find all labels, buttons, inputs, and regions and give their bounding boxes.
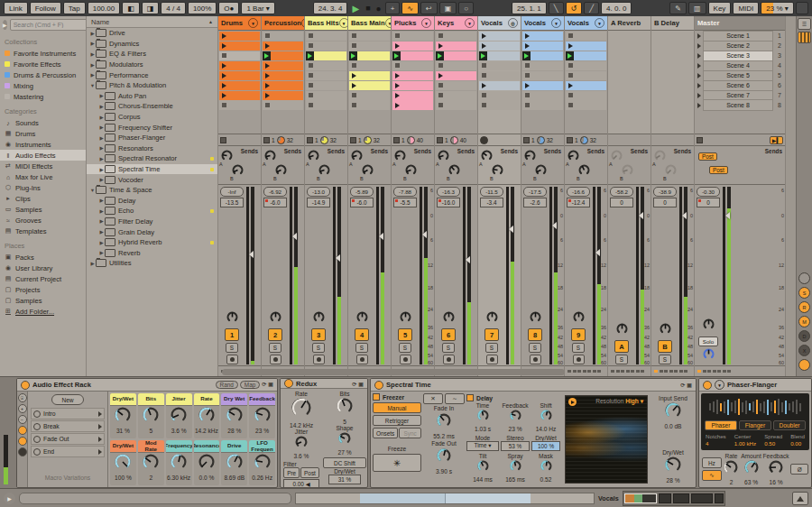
clip[interactable] (479, 32, 520, 41)
link-button[interactable]: Link (4, 2, 28, 14)
playing-clip[interactable] (436, 51, 476, 60)
freezer-toggle[interactable] (373, 393, 380, 401)
re-enable-automation-button[interactable]: ↩ (420, 2, 438, 14)
place-item[interactable]: ▢Samples (0, 295, 86, 306)
mode-select[interactable]: Time ▾ (466, 441, 499, 451)
collection-item[interactable]: Mixing (0, 80, 86, 91)
volume-field[interactable]: -13.5 (220, 198, 244, 207)
freezer-onsets-button[interactable]: Onsets (373, 428, 398, 438)
macro-knob[interactable] (198, 406, 216, 428)
fader-handle[interactable] (639, 212, 643, 219)
clip[interactable] (219, 41, 260, 51)
volume-field[interactable]: -6.0 (263, 198, 287, 207)
redux-filter-freq-field[interactable]: 0.00 ◀ (283, 479, 319, 488)
tree-item[interactable]: ▶Corpus (87, 112, 217, 123)
empty-clip-slot[interactable] (436, 61, 476, 70)
collapsed-arrow-icon[interactable]: ▶ (89, 62, 96, 68)
solo-button[interactable]: S (572, 343, 585, 353)
spectral-save-icon[interactable]: ▣ (687, 382, 692, 388)
nudge-down-button[interactable]: ◧ (122, 2, 140, 14)
empty-clip-slot[interactable] (349, 61, 390, 70)
metronome-toggle[interactable]: O● (218, 2, 239, 14)
scene-launch-icon[interactable] (697, 43, 701, 49)
phaser-rate-value[interactable]: 2 (730, 479, 734, 485)
arm-button[interactable] (313, 355, 325, 364)
macro-knob-bits[interactable]: Bits5 (138, 393, 164, 438)
track-header[interactable]: Vocals◎ (478, 16, 521, 31)
phaser-amount-knob[interactable] (743, 459, 760, 479)
playing-clip[interactable] (566, 51, 606, 60)
empty-clip-slot[interactable] (306, 81, 346, 90)
show-io-toggle[interactable] (798, 272, 810, 284)
collapsed-arrow-icon[interactable]: ▶ (98, 177, 105, 182)
midi-map-button[interactable]: MIDI (733, 2, 759, 14)
io-meter-icon[interactable] (798, 32, 811, 43)
send-b-post-toggle[interactable]: Post (709, 166, 728, 174)
pan-knob[interactable] (659, 322, 672, 339)
stop-button[interactable]: ■ (364, 4, 372, 13)
clip[interactable] (392, 91, 433, 100)
place-item[interactable]: ⊞Add Folder... (0, 306, 86, 317)
fader-handle[interactable] (595, 249, 600, 256)
pan-knob[interactable] (442, 310, 456, 327)
peak-level-field[interactable]: -17.5 (523, 187, 547, 197)
track-header[interactable]: Keys▾ (435, 16, 477, 31)
fader-handle[interactable] (552, 222, 557, 229)
arm-button[interactable] (226, 355, 238, 364)
pan-knob[interactable] (399, 310, 412, 327)
redux-shape-knob[interactable] (337, 431, 352, 449)
sidebar-item-grooves[interactable]: ≈Grooves (0, 215, 86, 226)
sidebar-item-samples[interactable]: ▭Samples (0, 204, 86, 215)
fader-lane[interactable] (246, 187, 249, 364)
tree-name-header[interactable]: Name (91, 18, 109, 26)
tree-item[interactable]: ▶Grain Delay (87, 226, 217, 237)
sidebar-item-instruments[interactable]: ◉Instruments (0, 139, 86, 150)
solo-button[interactable]: S (399, 343, 411, 353)
freeze-button[interactable]: ✳ (373, 454, 421, 472)
collapsed-arrow-icon[interactable]: ▶ (98, 93, 105, 98)
tempo-field[interactable]: 100.00 (88, 2, 120, 14)
track-activator[interactable]: 2 (268, 328, 282, 341)
punch-in-button[interactable]: ╲ (549, 2, 564, 14)
playing-clip[interactable] (306, 51, 346, 60)
empty-clip-slot[interactable] (436, 91, 476, 100)
variation-launch-icon[interactable] (98, 437, 102, 442)
solo-button[interactable]: S (355, 343, 368, 353)
peak-level-field[interactable]: -11.5 (480, 187, 503, 197)
notches-value[interactable]: 4 (706, 440, 708, 447)
solo-button[interactable]: S (485, 343, 498, 353)
empty-clip-slot[interactable] (566, 91, 606, 100)
track-header[interactable]: Percussion▾ (262, 16, 304, 31)
drywet-field[interactable]: 100 % (531, 441, 560, 451)
tree-item[interactable]: ▶Utilities (87, 258, 217, 269)
delay-tilt[interactable]: Tilt144 ms (466, 453, 499, 485)
macro-knob-dry-wet[interactable]: Dry/Wet31 % (110, 393, 136, 438)
tilt-value[interactable]: 144 ms (473, 476, 493, 483)
spray-knob[interactable] (509, 459, 522, 476)
fade-out-value[interactable]: 3.90 s (436, 468, 452, 475)
loop-button[interactable]: ↺ (566, 2, 583, 14)
fader-lane[interactable] (593, 187, 595, 364)
track-menu-icon[interactable]: ▾ (551, 18, 561, 28)
empty-clip-slot[interactable] (306, 100, 346, 109)
macro-value[interactable]: 5 (149, 428, 152, 434)
session-record-button[interactable]: ○ (458, 2, 474, 14)
nudge-up-button[interactable]: ◨ (142, 2, 160, 14)
fade-curve-mode-button[interactable]: ∼ (445, 393, 465, 404)
freezer-manual-button[interactable]: Manual (373, 402, 421, 413)
macro-knob[interactable] (226, 453, 244, 475)
punch-out-button[interactable]: ╱ (584, 2, 599, 14)
solo-button[interactable]: S (312, 343, 325, 353)
fade-in-knob[interactable] (436, 412, 452, 432)
spectral-drywet-value[interactable]: 28 % (666, 477, 679, 484)
spectral-activator[interactable] (374, 381, 383, 390)
clip[interactable] (219, 91, 260, 100)
computer-midi-keyboard-button[interactable]: ▥ (688, 2, 706, 14)
empty-clip-slot[interactable] (392, 32, 433, 41)
fader-handle[interactable] (379, 233, 383, 240)
shift-knob[interactable] (540, 409, 553, 426)
track-activator[interactable]: 4 (355, 328, 369, 341)
redux-bits-knob[interactable] (336, 397, 354, 419)
playing-clip[interactable] (392, 51, 433, 60)
phaser-tab-phaser[interactable]: Phaser (705, 420, 737, 430)
